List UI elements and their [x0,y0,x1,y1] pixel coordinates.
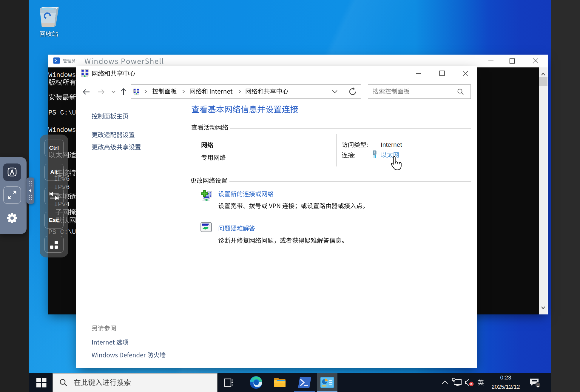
svg-text:1: 1 [537,383,539,388]
